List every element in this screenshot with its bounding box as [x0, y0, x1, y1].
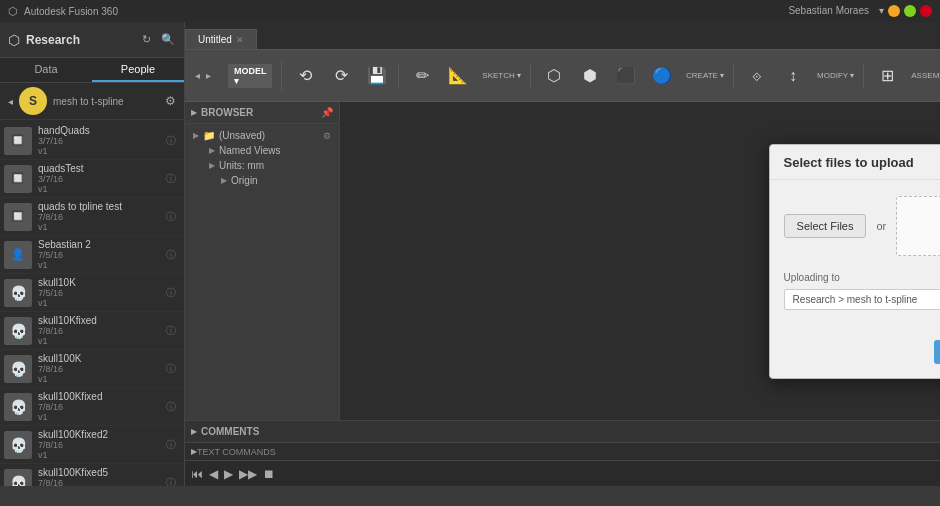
undo-icon: ⟲: [299, 66, 312, 85]
viewport[interactable]: TOPFRONT RIGHT Select files to upload ✕ …: [340, 102, 940, 420]
browser-pin-icon[interactable]: 📌: [321, 107, 333, 118]
toolbar-group-sketch: ✏ 📐 SKETCH ▾: [401, 63, 531, 88]
back-arrow[interactable]: ◂: [8, 96, 13, 107]
undo-button[interactable]: ⟲: [288, 63, 322, 88]
file-version: v1: [38, 450, 160, 460]
tree-settings-icon[interactable]: ⚙: [323, 131, 331, 141]
info-icon[interactable]: ⓘ: [166, 400, 176, 414]
file-date: 7/8/16: [38, 212, 160, 222]
tree-origin-label: Origin: [231, 175, 258, 186]
drop-zone[interactable]: 📄📄 Drag and Drop Here: [896, 196, 940, 256]
list-item[interactable]: 💀 skull100Kfixed5 7/8/16 v1 ⓘ: [0, 464, 184, 486]
assemble-tool-1[interactable]: ⊞: [870, 63, 904, 88]
modify-tool-1[interactable]: ⟐: [740, 64, 774, 88]
left-panel: ⬡ Research ↻ 🔍 Data People ◂ S mesh to t…: [0, 22, 185, 486]
tab-data[interactable]: Data: [0, 58, 92, 82]
list-item[interactable]: 💀 skull10Kfixed 7/8/16 v1 ⓘ: [0, 312, 184, 350]
save-button[interactable]: 💾: [360, 63, 394, 88]
browser-content: ▶ 📁 (Unsaved) ⚙ ▶ Named Views ▶ Units: m…: [185, 124, 339, 420]
file-date: 7/5/16: [38, 250, 160, 260]
list-item[interactable]: 💀 skull100K 7/8/16 v1 ⓘ: [0, 350, 184, 388]
panel-header: ⬡ Research ↻ 🔍: [0, 22, 184, 58]
tree-item-root[interactable]: ▶ 📁 (Unsaved) ⚙: [189, 128, 335, 143]
create-dropdown[interactable]: CREATE ▾: [681, 68, 729, 83]
info-icon[interactable]: ⓘ: [166, 210, 176, 224]
create-tool-2[interactable]: ⬢: [573, 63, 607, 88]
playback-start-button[interactable]: ⏮: [191, 467, 203, 481]
assemble-dropdown[interactable]: ASSEMBLE ▾: [906, 68, 940, 83]
create-icon-3: ⬛: [616, 66, 636, 85]
file-thumbnail: 💀: [4, 317, 32, 345]
workspace: ▶ BROWSER 📌 ▶ 📁 (Unsaved) ⚙ ▶ Named View…: [185, 102, 940, 420]
playback-play-button[interactable]: ▶: [224, 467, 233, 481]
tree-item-named-views[interactable]: ▶ Named Views: [189, 143, 335, 158]
browser-title: BROWSER: [201, 107, 253, 118]
list-item[interactable]: 💀 skull100Kfixed2 7/8/16 v1 ⓘ: [0, 426, 184, 464]
playback-prev-button[interactable]: ◀: [209, 467, 218, 481]
toolbar-group-create: ⬡ ⬢ ⬛ 🔵 CREATE ▾: [533, 63, 734, 88]
user-chevron[interactable]: ▾: [879, 5, 884, 17]
tab-untitled[interactable]: Untitled ✕: [185, 29, 257, 49]
list-item[interactable]: 👤 Sebastian 2 7/5/16 v1 ⓘ: [0, 236, 184, 274]
refresh-button[interactable]: ↻: [138, 32, 154, 48]
upload-area: Select Files or 📄📄 Drag and Drop Here: [784, 196, 940, 256]
modify-dropdown[interactable]: MODIFY ▾: [812, 68, 859, 83]
comments-expand-icon[interactable]: ▶: [191, 427, 197, 436]
create-tool-3[interactable]: ⬛: [609, 63, 643, 88]
comments-bar: ▶ COMMENTS 💬 ⟳ ⊕ 🔍 ⚙ ▣ ▤ ▥ 📌: [185, 420, 940, 442]
nav-back-button[interactable]: ◂: [193, 68, 202, 83]
select-files-button[interactable]: Select Files: [784, 214, 867, 238]
toolbar-group-assemble: ⊞ ASSEMBLE ▾: [866, 63, 940, 88]
info-icon[interactable]: ⓘ: [166, 172, 176, 186]
info-icon[interactable]: ⓘ: [166, 248, 176, 262]
tree-named-views-label: Named Views: [219, 145, 281, 156]
list-item[interactable]: 💀 skull10K 7/5/16 v1 ⓘ: [0, 274, 184, 312]
list-item[interactable]: 💀 skull100Kfixed 7/8/16 v1 ⓘ: [0, 388, 184, 426]
upload-button[interactable]: Upload: [934, 340, 940, 364]
file-date: 7/8/16: [38, 478, 160, 486]
file-thumbnail: 💀: [4, 279, 32, 307]
close-button[interactable]: [920, 5, 932, 17]
nav-forward-button[interactable]: ▸: [204, 68, 213, 83]
file-version: v1: [38, 336, 160, 346]
gear-icon[interactable]: ⚙: [165, 94, 176, 108]
playback-end-button[interactable]: ⏹: [263, 467, 275, 481]
info-icon[interactable]: ⓘ: [166, 476, 176, 487]
modal-overlay: Select files to upload ✕ Select Files or…: [340, 102, 940, 420]
model-dropdown[interactable]: MODEL ▾: [223, 61, 277, 91]
create-tool-4[interactable]: 🔵: [645, 63, 679, 88]
tab-close-icon[interactable]: ✕: [236, 35, 244, 45]
tree-arrow-icon: ▶: [221, 176, 227, 185]
tree-item-units[interactable]: ▶ Units: mm: [189, 158, 335, 173]
file-date: 7/8/16: [38, 326, 160, 336]
minimize-button[interactable]: [888, 5, 900, 17]
file-date: 3/7/16: [38, 174, 160, 184]
browser-header: ▶ BROWSER 📌: [185, 102, 339, 124]
redo-button[interactable]: ⟳: [324, 63, 358, 88]
file-version: v1: [38, 146, 160, 156]
list-item[interactable]: 🔲 quadsTest 3/7/16 v1 ⓘ: [0, 160, 184, 198]
sketch-tool-2[interactable]: 📐: [441, 63, 475, 88]
sketch-tool-1[interactable]: ✏: [405, 63, 439, 88]
info-icon[interactable]: ⓘ: [166, 362, 176, 376]
file-info: skull100Kfixed 7/8/16 v1: [38, 391, 160, 422]
modify-tool-2[interactable]: ↕: [776, 64, 810, 88]
create-tool-1[interactable]: ⬡: [537, 63, 571, 88]
search-button[interactable]: 🔍: [160, 32, 176, 48]
tree-item-origin[interactable]: ▶ Origin: [189, 173, 335, 188]
browser-expand-icon[interactable]: ▶: [191, 108, 197, 117]
file-info: skull10K 7/5/16 v1: [38, 277, 160, 308]
list-item[interactable]: 🔲 quads to tpline test 7/8/16 v1 ⓘ: [0, 198, 184, 236]
tab-label: Untitled: [198, 34, 232, 45]
maximize-button[interactable]: [904, 5, 916, 17]
list-item[interactable]: 🔲 handQuads 3/7/16 v1 ⓘ: [0, 122, 184, 160]
toolbar-group-modify: ⟐ ↕ MODIFY ▾: [736, 64, 864, 88]
info-icon[interactable]: ⓘ: [166, 134, 176, 148]
info-icon[interactable]: ⓘ: [166, 324, 176, 338]
file-info: skull100Kfixed2 7/8/16 v1: [38, 429, 160, 460]
tab-people[interactable]: People: [92, 58, 184, 82]
sketch-dropdown[interactable]: SKETCH ▾: [477, 68, 526, 83]
playback-next-button[interactable]: ▶▶: [239, 467, 257, 481]
info-icon[interactable]: ⓘ: [166, 286, 176, 300]
info-icon[interactable]: ⓘ: [166, 438, 176, 452]
